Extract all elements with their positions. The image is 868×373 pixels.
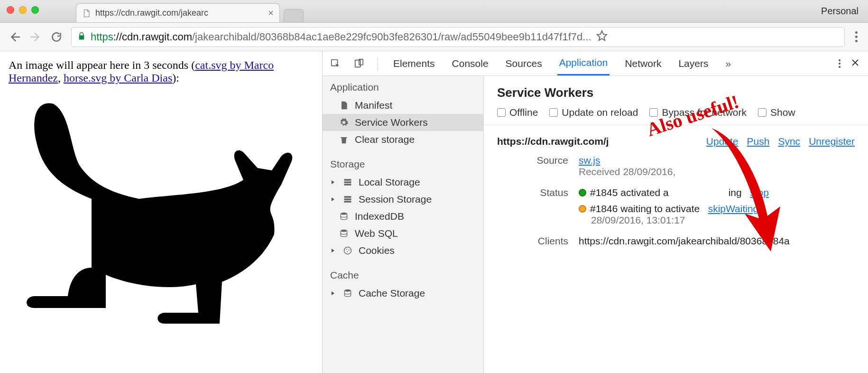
page-text: An image will appear here in 3 seconds (… xyxy=(9,59,314,84)
reload-button[interactable] xyxy=(50,31,63,43)
show-checkbox[interactable]: Show xyxy=(758,107,795,118)
sw-clients-value: https://cdn.rawgit.com/jakearchibald/803… xyxy=(579,235,855,247)
devtools-close-icon[interactable] xyxy=(851,58,859,69)
svg-point-5 xyxy=(344,247,351,254)
trash-icon xyxy=(339,135,349,144)
divider xyxy=(378,57,378,70)
file-icon xyxy=(339,101,349,110)
service-workers-pane: Service Workers Offline Update on reload… xyxy=(484,76,868,373)
table-icon xyxy=(342,195,353,204)
pane-heading: Service Workers xyxy=(484,76,868,107)
browser-tab-active[interactable]: https://cdn.rawgit.com/jakearc × xyxy=(76,3,280,22)
sidebar-item-cache-storage[interactable]: Cache Storage xyxy=(323,285,483,302)
device-toggle-icon[interactable] xyxy=(354,58,364,69)
tab-sources[interactable]: Sources xyxy=(504,51,544,75)
url-text: https://cdn.rawgit.com/jakearchibald/803… xyxy=(91,31,591,43)
gear-icon xyxy=(339,118,349,127)
sidebar-item-manifest[interactable]: Manifest xyxy=(323,97,483,114)
tab-layers[interactable]: Layers xyxy=(676,51,710,75)
label-clients: Clients xyxy=(497,235,568,247)
tab-application[interactable]: Application xyxy=(557,51,610,75)
status-dot-orange-icon xyxy=(579,205,586,213)
service-worker-options: Offline Update on reload Bypass for netw… xyxy=(484,107,868,125)
browser-toolbar: https://cdn.rawgit.com/jakearchibald/803… xyxy=(0,23,868,51)
sw-source-link[interactable]: sw.js xyxy=(579,155,600,166)
label-source: Source xyxy=(497,155,568,166)
sidebar-item-session-storage[interactable]: Session Storage xyxy=(323,191,483,208)
sidebar-item-websql[interactable]: Web SQL xyxy=(323,225,483,242)
sidebar-group-application: Application xyxy=(323,76,483,97)
back-button[interactable] xyxy=(9,31,21,43)
sw-status-waiting: #1846 waiting to activate skipWaiting 28… xyxy=(579,203,855,226)
sw-received: Received 28/09/2016, xyxy=(579,166,675,177)
forward-button[interactable] xyxy=(29,31,42,43)
svg-point-9 xyxy=(344,289,351,292)
table-icon xyxy=(342,177,353,187)
sidebar-item-service-workers[interactable]: Service Workers xyxy=(323,114,483,131)
browser-menu-icon[interactable] xyxy=(853,31,859,42)
profile-label[interactable]: Personal xyxy=(821,6,859,17)
database-icon xyxy=(339,212,349,221)
update-on-reload-checkbox[interactable]: Update on reload xyxy=(549,107,638,118)
sidebar-group-storage: Storage xyxy=(323,153,483,174)
sidebar-item-local-storage[interactable]: Local Storage xyxy=(323,174,483,191)
tab-console[interactable]: Console xyxy=(450,51,490,75)
tab-title: https://cdn.rawgit.com/jakearc xyxy=(95,8,263,18)
sidebar-item-indexeddb[interactable]: IndexedDB xyxy=(323,208,483,225)
minimize-window-button[interactable] xyxy=(19,6,27,14)
sw-push-link[interactable]: Push xyxy=(747,136,770,147)
window-titlebar: https://cdn.rawgit.com/jakearc × Persona… xyxy=(0,0,868,23)
svg-point-3 xyxy=(341,213,347,215)
devtools-panel: Elements Console Sources Application Net… xyxy=(323,51,868,373)
sidebar-item-clear-storage[interactable]: Clear storage xyxy=(323,131,483,148)
devtools-menu-icon[interactable] xyxy=(839,59,840,68)
svg-point-8 xyxy=(347,251,348,252)
browser-tabs: https://cdn.rawgit.com/jakearc × xyxy=(76,3,304,22)
sw-unregister-link[interactable]: Unregister xyxy=(809,136,855,147)
expand-icon[interactable] xyxy=(330,197,336,202)
database-icon xyxy=(339,229,349,238)
sidebar-item-cookies[interactable]: Cookies xyxy=(323,242,483,259)
zoom-window-button[interactable] xyxy=(31,6,39,14)
cat-image xyxy=(9,87,314,337)
sidebar-group-cache: Cache xyxy=(323,264,483,285)
sw-origin: https://cdn.rawgit.com/j xyxy=(497,136,609,147)
sw-origin-row: https://cdn.rawgit.com/j Update Push Syn… xyxy=(484,125,868,150)
sw-status-activated: #1845 activated a ing stop xyxy=(579,187,855,198)
address-bar[interactable]: https://cdn.rawgit.com/jakearchibald/803… xyxy=(71,27,845,47)
close-window-button[interactable] xyxy=(7,6,14,14)
devtools-tabstrip: Elements Console Sources Application Net… xyxy=(323,51,868,76)
application-sidebar: Application Manifest Service Workers Cle… xyxy=(323,76,484,373)
sw-stop-link[interactable]: stop xyxy=(750,187,769,198)
offline-checkbox[interactable]: Offline xyxy=(497,107,538,118)
database-icon xyxy=(342,289,353,298)
new-tab-button[interactable] xyxy=(284,9,304,22)
window-controls xyxy=(7,6,39,14)
tab-elements[interactable]: Elements xyxy=(391,51,437,75)
sw-update-link[interactable]: Update xyxy=(706,136,739,147)
sw-sync-link[interactable]: Sync xyxy=(778,136,800,147)
inspect-icon[interactable] xyxy=(330,58,341,69)
svg-rect-1 xyxy=(355,60,360,67)
expand-icon[interactable] xyxy=(330,291,336,296)
svg-point-4 xyxy=(341,230,347,232)
svg-point-7 xyxy=(348,250,349,251)
expand-icon[interactable] xyxy=(330,248,336,253)
lock-icon xyxy=(77,31,86,43)
page-viewport: An image will appear here in 3 seconds (… xyxy=(0,51,323,373)
sw-skipwaiting-link[interactable]: skipWaiting xyxy=(708,203,759,214)
svg-point-6 xyxy=(346,249,347,250)
tab-network[interactable]: Network xyxy=(623,51,663,75)
tab-close-icon[interactable]: × xyxy=(268,8,274,19)
page-link-horse[interactable]: horse.svg by Carla Dias xyxy=(64,72,172,84)
cookie-icon xyxy=(342,246,353,255)
page-icon xyxy=(82,9,91,18)
bypass-network-checkbox[interactable]: Bypass for network xyxy=(649,107,747,118)
bookmark-star-icon[interactable] xyxy=(596,30,608,44)
label-status: Status xyxy=(497,187,568,198)
tabs-overflow-icon[interactable]: » xyxy=(723,51,733,75)
status-dot-green-icon xyxy=(579,189,586,196)
expand-icon[interactable] xyxy=(330,180,336,185)
